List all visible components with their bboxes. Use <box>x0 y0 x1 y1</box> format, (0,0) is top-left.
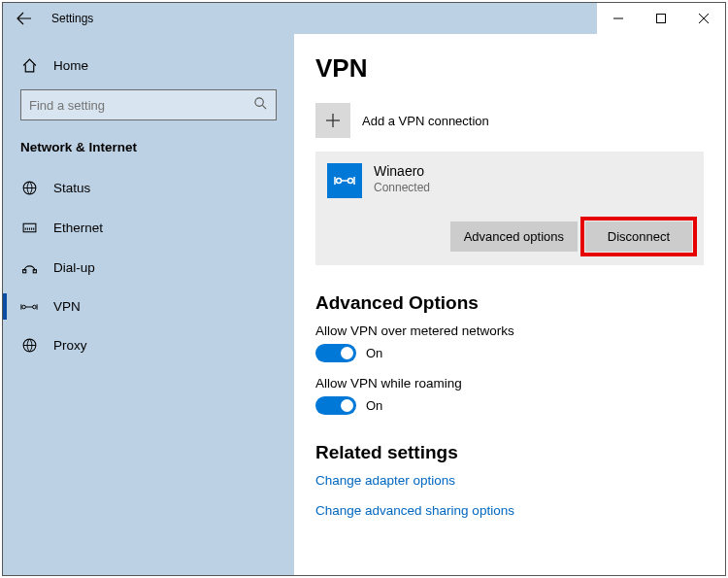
search-field[interactable] <box>29 98 223 113</box>
main-panel: VPN Add a VPN connection Winaero Connect… <box>294 34 725 575</box>
plus-icon <box>315 103 350 138</box>
home-icon <box>20 57 38 74</box>
sidebar-item-status[interactable]: Status <box>3 168 294 208</box>
vpn-connection-icon <box>327 163 362 198</box>
toggle-roaming-state: On <box>366 398 382 413</box>
maximize-button[interactable] <box>640 3 682 34</box>
svg-point-4 <box>255 98 263 106</box>
search-icon <box>253 96 268 114</box>
back-button[interactable] <box>3 3 46 34</box>
disconnect-button[interactable]: Disconnect <box>585 221 692 252</box>
sidebar-item-label: Dial-up <box>53 260 95 275</box>
toggle-roaming-switch[interactable] <box>315 396 356 415</box>
link-adapter-options[interactable]: Change adapter options <box>315 473 704 488</box>
svg-rect-8 <box>22 270 25 273</box>
settings-window: Settings Home Networ <box>2 2 726 576</box>
sidebar-item-label: Ethernet <box>53 221 103 235</box>
sidebar-item-ethernet[interactable]: Ethernet <box>3 208 294 248</box>
svg-line-5 <box>262 105 266 109</box>
svg-point-16 <box>348 179 353 184</box>
svg-rect-9 <box>33 270 36 273</box>
toggle-roaming-label: Allow VPN while roaming <box>315 376 704 391</box>
add-vpn-button[interactable]: Add a VPN connection <box>315 97 704 150</box>
link-advanced-sharing[interactable]: Change advanced sharing options <box>315 503 704 518</box>
advanced-options-heading: Advanced Options <box>315 292 704 314</box>
window-controls <box>597 3 725 34</box>
sidebar-item-vpn[interactable]: VPN <box>3 288 294 325</box>
vpn-connection-name: Winaero <box>374 163 430 179</box>
svg-point-15 <box>337 179 342 184</box>
titlebar: Settings <box>3 3 725 34</box>
sidebar: Home Network & Internet Status <box>3 34 294 575</box>
sidebar-item-dialup[interactable]: Dial-up <box>3 248 294 288</box>
back-arrow-icon <box>17 11 32 26</box>
minimize-button[interactable] <box>597 3 640 34</box>
toggle-metered-switch[interactable] <box>315 344 356 362</box>
related-settings-heading: Related settings <box>315 442 704 463</box>
home-label: Home <box>53 58 88 73</box>
toggle-metered-label: Allow VPN over metered networks <box>315 323 704 338</box>
vpn-connection-card[interactable]: Winaero Connected Advanced options Disco… <box>315 152 704 265</box>
svg-point-10 <box>22 305 26 309</box>
advanced-options-button[interactable]: Advanced options <box>450 221 578 252</box>
search-input[interactable] <box>20 89 277 120</box>
add-vpn-label: Add a VPN connection <box>362 114 489 128</box>
close-button[interactable] <box>682 3 725 34</box>
sidebar-item-label: Status <box>53 181 90 195</box>
window-title: Settings <box>46 12 93 25</box>
page-title: VPN <box>315 53 704 84</box>
sidebar-item-label: VPN <box>53 299 81 314</box>
toggle-metered-state: On <box>366 346 382 360</box>
vpn-icon <box>20 300 38 314</box>
svg-point-11 <box>33 305 37 309</box>
svg-rect-1 <box>657 15 666 23</box>
sidebar-item-label: Proxy <box>53 338 87 353</box>
sidebar-item-proxy[interactable]: Proxy <box>3 325 294 365</box>
ethernet-icon <box>20 220 38 236</box>
sidebar-item-home[interactable]: Home <box>3 48 294 84</box>
sidebar-nav: Status Ethernet Dial-up <box>3 168 294 365</box>
sidebar-section-title: Network & Internet <box>3 134 294 164</box>
dialup-icon <box>20 259 38 276</box>
toggle-metered: Allow VPN over metered networks On <box>315 323 704 362</box>
status-icon <box>20 180 38 196</box>
proxy-icon <box>20 337 38 354</box>
toggle-roaming: Allow VPN while roaming On <box>315 376 704 415</box>
vpn-connection-status: Connected <box>374 181 430 194</box>
